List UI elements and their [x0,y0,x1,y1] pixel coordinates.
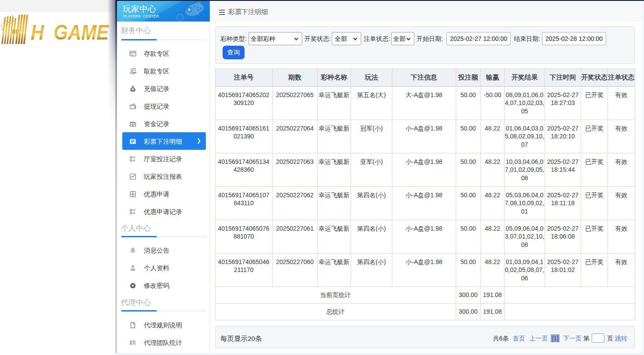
svg-text:H: H [31,20,44,44]
svg-text:GAME: GAME [54,20,110,44]
